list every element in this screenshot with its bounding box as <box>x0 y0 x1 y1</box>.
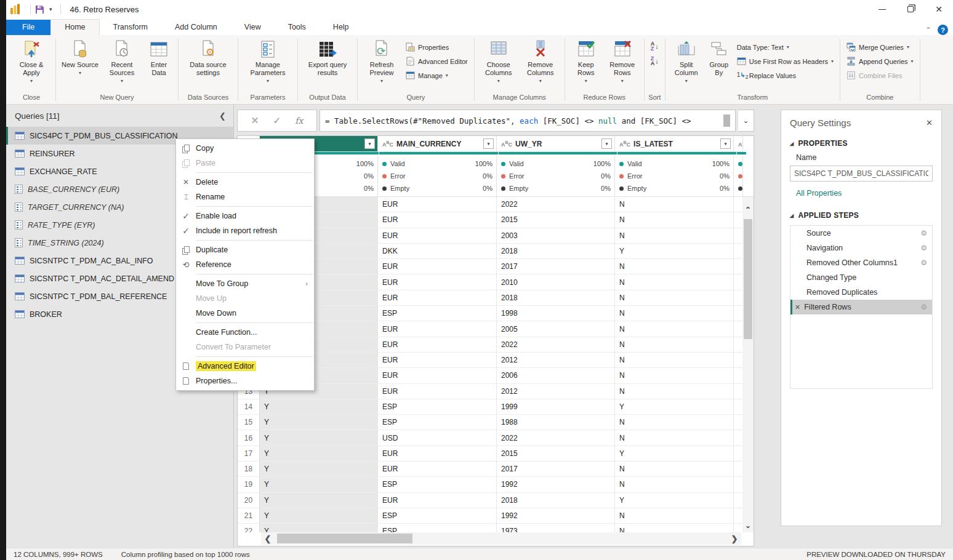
table-cell[interactable]: ESP <box>378 524 497 532</box>
split-column-button[interactable]: Split Column▾ <box>669 39 704 86</box>
collapse-ribbon-icon[interactable]: ⌃ <box>925 26 931 34</box>
menu-item-convert-to-parameter[interactable]: Convert To Parameter <box>176 340 314 354</box>
tab-transform[interactable]: Transform <box>100 20 162 35</box>
choose-columns-button[interactable]: Choose Columns▾ <box>478 39 519 86</box>
applied-steps-section-header[interactable]: ◢ APPLIED STEPS <box>790 211 933 220</box>
table-cell[interactable]: ESP <box>378 415 497 430</box>
table-cell[interactable]: 2022 <box>497 337 615 353</box>
table-cell[interactable]: 2003 <box>497 228 615 244</box>
table-cell[interactable]: 1992 <box>497 477 615 492</box>
table-cell[interactable]: N <box>615 321 734 337</box>
table-cell[interactable]: USD <box>378 430 497 446</box>
horizontal-scrollbar[interactable]: ❮ ❯ <box>261 532 741 545</box>
collapse-queries-pane-icon[interactable]: ❮ <box>219 111 226 121</box>
table-cell[interactable]: 1988 <box>497 415 615 430</box>
table-cell[interactable]: Y <box>260 462 378 477</box>
table-cell[interactable]: N <box>615 274 734 290</box>
table-cell[interactable]: ESP <box>378 306 497 321</box>
menu-item-duplicate[interactable]: Duplicate <box>176 242 314 257</box>
query-name-input[interactable] <box>790 166 933 182</box>
table-cell[interactable]: 1998 <box>497 306 615 321</box>
table-cell[interactable]: N <box>615 430 734 446</box>
tab-tools[interactable]: Tools <box>275 20 320 35</box>
help-icon[interactable]: ? <box>938 25 948 35</box>
horizontal-scroll-thumb[interactable] <box>277 534 412 543</box>
table-cell[interactable]: N <box>615 415 734 430</box>
column-header-uw-yr[interactable]: ABCUW_YR▾ <box>497 136 615 152</box>
scroll-down-icon[interactable]: ⌄ <box>742 520 754 531</box>
menu-item-include-in-report-refresh[interactable]: ✓Include in report refresh <box>176 223 314 238</box>
close-settings-icon[interactable]: ✕ <box>926 118 933 127</box>
table-cell[interactable]: Y <box>260 493 378 508</box>
tab-add-column[interactable]: Add Column <box>161 20 231 35</box>
column-header-is-latest[interactable]: ABCIS_LATEST▾ <box>615 136 734 152</box>
menu-item-delete[interactable]: ✕Delete <box>176 175 314 190</box>
properties-section-header[interactable]: ◢ PROPERTIES <box>790 139 933 148</box>
table-cell[interactable]: EUR <box>378 384 497 399</box>
data-source-settings-button[interactable]: ⚙ Data source settings <box>182 39 234 78</box>
remove-rows-button[interactable]: Remove Rows▾ <box>605 39 640 86</box>
table-cell[interactable]: N <box>615 524 734 532</box>
filter-dropdown-icon[interactable]: ▾ <box>483 138 494 149</box>
table-cell[interactable]: DKK <box>378 244 497 259</box>
table-cell[interactable]: EUR <box>378 274 497 290</box>
table-cell[interactable]: N <box>615 384 734 399</box>
scroll-up-icon[interactable]: ⌃ <box>742 204 754 215</box>
table-cell[interactable]: Y <box>260 477 378 492</box>
formula-input[interactable]: = Table.SelectRows(#"Removed Duplicates"… <box>320 110 736 132</box>
table-cell[interactable]: 2005 <box>497 321 615 337</box>
menu-item-paste[interactable]: Paste <box>176 156 314 170</box>
scroll-right-icon[interactable]: ❯ <box>728 534 741 543</box>
applied-step-filtered-rows[interactable]: ✕Filtered Rows⚙ <box>790 300 932 314</box>
step-settings-gear-icon[interactable]: ⚙ <box>920 244 927 252</box>
table-cell[interactable]: EUR <box>378 321 497 337</box>
combine-files-button[interactable]: Combine Files <box>844 68 916 82</box>
table-cell[interactable]: 2022 <box>497 197 615 212</box>
expand-formula-bar-icon[interactable]: ⌄ <box>738 110 754 132</box>
manage-parameters-button[interactable]: Manage Parameters▾ <box>242 39 294 86</box>
restore-button[interactable] <box>896 0 925 18</box>
vertical-scroll-thumb[interactable] <box>744 219 752 339</box>
refresh-preview-button[interactable]: ⟳ Refresh Preview▾ <box>361 39 402 86</box>
tab-home[interactable]: Home <box>50 19 99 35</box>
table-cell[interactable]: N <box>615 290 734 306</box>
table-cell[interactable]: Y <box>260 524 378 532</box>
step-settings-gear-icon[interactable]: ⚙ <box>920 303 927 311</box>
table-cell[interactable]: EUR <box>378 462 497 477</box>
advanced-editor-button[interactable]: Advanced Editor <box>403 54 470 68</box>
table-cell[interactable]: N <box>615 477 734 492</box>
use-first-row-as-headers-button[interactable]: Use First Row as Headers▾ <box>734 54 836 68</box>
table-cell[interactable]: N <box>615 212 734 228</box>
table-cell[interactable]: Y <box>615 244 734 259</box>
table-cell[interactable]: Y <box>260 446 378 462</box>
step-settings-gear-icon[interactable]: ⚙ <box>920 229 927 238</box>
table-cell[interactable]: EUR <box>378 212 497 228</box>
sort-ascending-button[interactable]: AZ↓ <box>648 39 661 54</box>
table-cell[interactable]: EUR <box>378 228 497 244</box>
table-cell[interactable]: EUR <box>378 337 497 353</box>
table-cell[interactable]: ESP <box>378 399 497 415</box>
table-cell[interactable]: EUR <box>378 368 497 383</box>
table-cell[interactable]: N <box>615 259 734 274</box>
table-cell[interactable]: N <box>615 462 734 477</box>
menu-item-reference[interactable]: ⟲Reference <box>176 257 314 272</box>
table-cell[interactable]: EUR <box>378 353 497 368</box>
table-cell[interactable]: 2018 <box>497 244 615 259</box>
table-cell[interactable]: ESP <box>378 508 497 524</box>
menu-item-copy[interactable]: Copy <box>176 141 314 156</box>
menu-item-enable-load[interactable]: ✓Enable load <box>176 209 314 223</box>
table-cell[interactable]: EUR <box>378 493 497 508</box>
table-cell[interactable]: Y <box>260 430 378 446</box>
column-header-main-currency[interactable]: ABCMAIN_CURRENCY▾ <box>378 136 497 152</box>
manage-button[interactable]: Manage▾ <box>403 68 470 82</box>
tab-file[interactable]: File <box>6 20 50 35</box>
keep-rows-button[interactable]: Keep Rows▾ <box>569 39 603 86</box>
close-button[interactable]: ✕ <box>925 0 953 18</box>
minimize-button[interactable]: — <box>868 0 896 18</box>
scroll-left-icon[interactable]: ❮ <box>261 534 275 543</box>
enter-data-button[interactable]: Enter Data <box>143 39 174 78</box>
table-cell[interactable]: Y <box>615 399 734 415</box>
all-properties-link[interactable]: All Properties <box>796 189 842 198</box>
vertical-scrollbar[interactable]: ⌃ ⌄ <box>742 197 754 532</box>
table-cell[interactable]: 1973 <box>497 524 615 532</box>
